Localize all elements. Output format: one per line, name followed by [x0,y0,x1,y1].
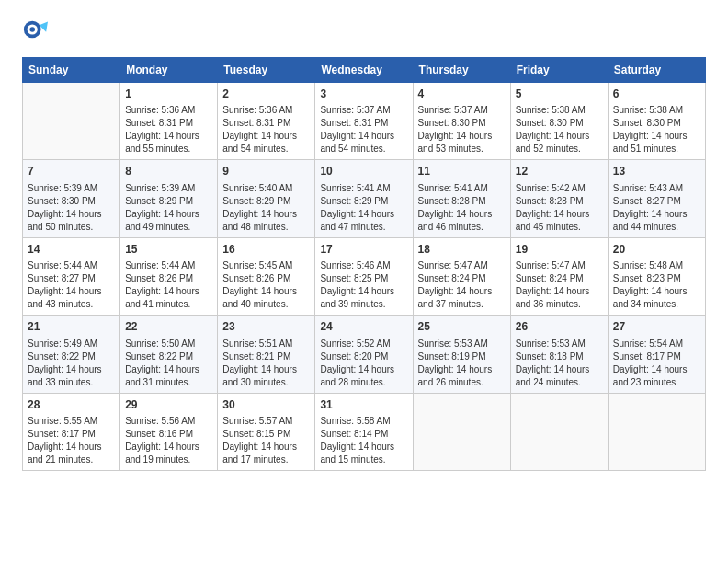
calendar-cell: 11Sunrise: 5:41 AM Sunset: 8:28 PM Dayli… [413,160,510,237]
day-info: Sunrise: 5:58 AM Sunset: 8:14 PM Dayligh… [320,415,407,466]
calendar-cell: 12Sunrise: 5:42 AM Sunset: 8:28 PM Dayli… [510,160,608,237]
day-number: 17 [320,242,407,258]
calendar-cell: 19Sunrise: 5:47 AM Sunset: 8:24 PM Dayli… [510,237,608,315]
day-info: Sunrise: 5:39 AM Sunset: 8:30 PM Dayligh… [28,182,115,234]
day-info: Sunrise: 5:37 AM Sunset: 8:31 PM Dayligh… [320,104,407,155]
calendar-cell: 7Sunrise: 5:39 AM Sunset: 8:30 PM Daylig… [23,160,120,237]
calendar-week-row: 7Sunrise: 5:39 AM Sunset: 8:30 PM Daylig… [23,160,706,237]
day-number: 15 [125,242,212,258]
day-number: 24 [320,319,407,335]
calendar-cell: 5Sunrise: 5:38 AM Sunset: 8:30 PM Daylig… [510,83,608,160]
svg-point-2 [29,27,35,32]
day-info: Sunrise: 5:47 AM Sunset: 8:24 PM Dayligh… [418,259,506,311]
calendar-cell: 8Sunrise: 5:39 AM Sunset: 8:29 PM Daylig… [120,160,218,237]
calendar-week-row: 21Sunrise: 5:49 AM Sunset: 8:22 PM Dayli… [23,316,706,393]
day-info: Sunrise: 5:36 AM Sunset: 8:31 PM Dayligh… [222,104,310,155]
day-number: 6 [613,86,700,102]
calendar-cell: 26Sunrise: 5:53 AM Sunset: 8:18 PM Dayli… [510,316,608,393]
header-day-friday: Friday [510,58,608,83]
calendar-cell [23,83,120,160]
calendar-cell: 31Sunrise: 5:58 AM Sunset: 8:14 PM Dayli… [315,393,413,470]
calendar-cell: 30Sunrise: 5:57 AM Sunset: 8:15 PM Dayli… [218,393,315,470]
header-day-saturday: Saturday [608,58,705,83]
day-info: Sunrise: 5:41 AM Sunset: 8:28 PM Dayligh… [418,182,506,234]
day-number: 18 [418,242,506,258]
day-info: Sunrise: 5:40 AM Sunset: 8:29 PM Dayligh… [222,182,310,234]
calendar-cell: 23Sunrise: 5:51 AM Sunset: 8:21 PM Dayli… [218,316,315,393]
day-info: Sunrise: 5:52 AM Sunset: 8:20 PM Dayligh… [320,338,407,389]
day-info: Sunrise: 5:54 AM Sunset: 8:17 PM Dayligh… [613,338,700,389]
day-number: 29 [125,397,212,413]
day-info: Sunrise: 5:56 AM Sunset: 8:16 PM Dayligh… [125,415,212,466]
calendar-cell [608,393,705,470]
day-info: Sunrise: 5:41 AM Sunset: 8:29 PM Dayligh… [320,182,407,234]
calendar-cell [510,393,608,470]
day-number: 8 [125,164,212,179]
day-number: 3 [320,86,407,102]
calendar-cell: 10Sunrise: 5:41 AM Sunset: 8:29 PM Dayli… [315,160,413,237]
day-info: Sunrise: 5:44 AM Sunset: 8:26 PM Dayligh… [125,259,212,311]
logo [22,18,50,44]
day-number: 7 [28,164,115,179]
day-number: 23 [222,319,310,335]
calendar-cell: 13Sunrise: 5:43 AM Sunset: 8:27 PM Dayli… [608,160,705,237]
day-info: Sunrise: 5:43 AM Sunset: 8:27 PM Dayligh… [613,182,700,234]
calendar-table: SundayMondayTuesdayWednesdayThursdayFrid… [22,57,706,471]
calendar-week-row: 28Sunrise: 5:55 AM Sunset: 8:17 PM Dayli… [23,393,706,470]
calendar-cell: 27Sunrise: 5:54 AM Sunset: 8:17 PM Dayli… [608,316,705,393]
calendar-cell: 20Sunrise: 5:48 AM Sunset: 8:23 PM Dayli… [608,237,705,315]
day-number: 9 [222,164,310,179]
calendar-week-row: 14Sunrise: 5:44 AM Sunset: 8:27 PM Dayli… [23,237,706,315]
day-number: 10 [320,164,407,179]
day-info: Sunrise: 5:47 AM Sunset: 8:24 PM Dayligh… [516,259,603,311]
day-number: 22 [125,319,212,335]
day-number: 30 [222,397,310,413]
day-number: 31 [320,397,407,413]
calendar-cell: 28Sunrise: 5:55 AM Sunset: 8:17 PM Dayli… [23,393,120,470]
day-info: Sunrise: 5:46 AM Sunset: 8:25 PM Dayligh… [320,259,407,311]
day-info: Sunrise: 5:38 AM Sunset: 8:30 PM Dayligh… [516,104,603,155]
day-info: Sunrise: 5:39 AM Sunset: 8:29 PM Dayligh… [125,182,212,234]
day-number: 14 [28,242,115,258]
day-number: 4 [418,86,506,102]
day-info: Sunrise: 5:37 AM Sunset: 8:30 PM Dayligh… [418,104,506,155]
day-info: Sunrise: 5:50 AM Sunset: 8:22 PM Dayligh… [125,338,212,389]
calendar-cell: 15Sunrise: 5:44 AM Sunset: 8:26 PM Dayli… [120,237,218,315]
calendar-cell: 25Sunrise: 5:53 AM Sunset: 8:19 PM Dayli… [413,316,510,393]
logo-icon [22,17,48,42]
header-day-sunday: Sunday [23,58,120,83]
header-day-thursday: Thursday [413,58,510,83]
day-number: 2 [222,86,310,102]
calendar-cell: 9Sunrise: 5:40 AM Sunset: 8:29 PM Daylig… [218,160,315,237]
day-info: Sunrise: 5:53 AM Sunset: 8:18 PM Dayligh… [516,338,603,389]
calendar-header-row: SundayMondayTuesdayWednesdayThursdayFrid… [23,58,706,83]
day-number: 12 [516,164,603,179]
calendar-cell: 2Sunrise: 5:36 AM Sunset: 8:31 PM Daylig… [218,83,315,160]
calendar-cell: 29Sunrise: 5:56 AM Sunset: 8:16 PM Dayli… [120,393,218,470]
day-info: Sunrise: 5:48 AM Sunset: 8:23 PM Dayligh… [613,259,700,311]
day-number: 27 [613,319,700,335]
header-day-monday: Monday [120,58,218,83]
calendar-cell: 1Sunrise: 5:36 AM Sunset: 8:31 PM Daylig… [120,83,218,160]
calendar-cell: 6Sunrise: 5:38 AM Sunset: 8:30 PM Daylig… [608,83,705,160]
day-number: 16 [222,242,310,258]
day-info: Sunrise: 5:36 AM Sunset: 8:31 PM Dayligh… [125,104,212,155]
day-info: Sunrise: 5:38 AM Sunset: 8:30 PM Dayligh… [613,104,700,155]
day-info: Sunrise: 5:57 AM Sunset: 8:15 PM Dayligh… [222,415,310,466]
day-info: Sunrise: 5:51 AM Sunset: 8:21 PM Dayligh… [222,338,310,389]
calendar-cell [413,393,510,470]
day-number: 13 [613,164,700,179]
day-info: Sunrise: 5:42 AM Sunset: 8:28 PM Dayligh… [516,182,603,234]
header-day-wednesday: Wednesday [315,58,413,83]
calendar-cell: 18Sunrise: 5:47 AM Sunset: 8:24 PM Dayli… [413,237,510,315]
day-number: 25 [418,319,506,335]
day-number: 21 [28,319,115,335]
header-day-tuesday: Tuesday [218,58,315,83]
day-number: 26 [516,319,603,335]
day-number: 28 [28,397,115,413]
calendar-cell: 21Sunrise: 5:49 AM Sunset: 8:22 PM Dayli… [23,316,120,393]
day-number: 1 [125,86,212,102]
calendar-cell: 22Sunrise: 5:50 AM Sunset: 8:22 PM Dayli… [120,316,218,393]
calendar-cell: 17Sunrise: 5:46 AM Sunset: 8:25 PM Dayli… [315,237,413,315]
page-header [22,18,706,44]
